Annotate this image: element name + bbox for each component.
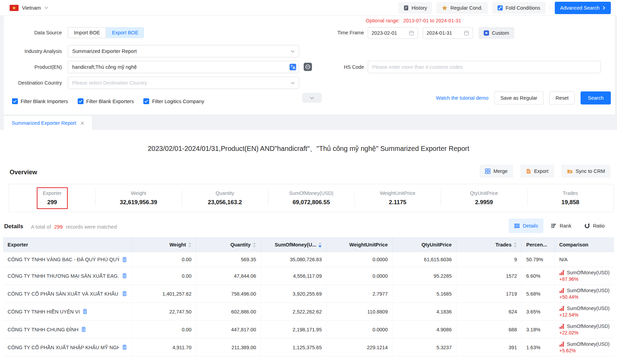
checkbox-filter-blank-exporters[interactable]: Filter Blank Exporters	[78, 98, 134, 104]
sync-to-crm-button[interactable]: Sync to CRM	[561, 165, 610, 178]
comparison-cell: SumOfMoney(USD) +22.02%	[555, 321, 614, 338]
col-qty-unit-price: QtyUnitPrice	[393, 237, 456, 252]
records-suffix: records were matched	[66, 224, 117, 230]
exporter-name[interactable]: CÔNG TY TNHH HIỀN UYÊN VI	[8, 309, 80, 315]
comparison-cell: SumOfMoney(USD) +5.62%	[555, 339, 614, 356]
view-ratio-button[interactable]: Ratio	[579, 219, 610, 233]
comparison-metric: SumOfMoney(USD)	[567, 323, 609, 329]
sort-icon[interactable]	[253, 242, 256, 247]
custom-label: Custom	[492, 30, 509, 36]
destination-country-select[interactable]: Please select Destination Country	[68, 77, 299, 89]
comparison-cell: SumOfMoney(USD) +50.44%	[555, 285, 614, 302]
tab-summarized-exporter-report[interactable]: Summarized Exporter Report	[4, 116, 92, 130]
checkbox-filter-blank-importers[interactable]: Filter Blank Importers	[12, 98, 68, 104]
trades-cell: 624	[456, 303, 522, 320]
exporter-cell[interactable]: CÔNG TY CỔ PHẦN XUẤT NHẬP KHẨU MỸ NGH...	[3, 339, 132, 356]
stat-label: WeightUnitPrice	[380, 190, 416, 196]
exporter-name[interactable]: CÔNG TY CỔ PHẦN XUẤT NHẬP KHẨU MỸ NGH...	[8, 345, 119, 350]
date-from-input[interactable]: 2023-02-01	[368, 27, 418, 39]
fold-conditions-button[interactable]: Fold Conditions	[492, 2, 546, 14]
col-weight[interactable]: Weight	[132, 237, 196, 252]
sort-icon[interactable]	[514, 242, 517, 247]
company-profile-icon[interactable]	[81, 327, 86, 332]
stat-label: QtyUnitPrice	[470, 190, 498, 196]
col-quantity[interactable]: Quantity	[196, 237, 261, 252]
sort-desc-icon[interactable]	[318, 242, 322, 247]
history-button[interactable]: History	[398, 2, 432, 14]
checkbox-filter-logitics-company[interactable]: Filter Logitics Company	[143, 98, 204, 104]
quantity-cell: 758,496.00	[196, 285, 261, 302]
tutorial-link[interactable]: Watch the tutorial demo	[436, 95, 488, 101]
sort-icon[interactable]	[188, 242, 191, 247]
custom-button[interactable]: Custom	[478, 27, 514, 39]
reset-button[interactable]: Reset	[549, 91, 575, 104]
weight-unit-price-cell: 229.1214	[327, 339, 393, 356]
product-en-input[interactable]	[68, 61, 299, 73]
merge-button[interactable]: Merge	[480, 165, 513, 178]
exporter-cell[interactable]: CÔNG TY TNHH THƯƠNG MẠI SẢN XUẤT EAG...	[3, 267, 132, 285]
company-profile-icon[interactable]	[122, 273, 127, 278]
col-label: Weight	[169, 242, 186, 247]
company-profile-icon[interactable]	[122, 257, 127, 262]
exporter-name[interactable]: CÔNG TY TNHH CHUNG ĐỈNH	[8, 327, 78, 332]
search-form: Data Source Import BOE Export BOE Option…	[0, 16, 617, 114]
weight-unit-price-cell: 110.8809	[327, 303, 393, 320]
search-button[interactable]: Search	[581, 91, 611, 104]
exclude-icon[interactable]	[304, 63, 312, 71]
advanced-search-button[interactable]: Advanced Search	[555, 2, 611, 14]
exporter-name[interactable]: CÔNG TY TNHH VÀNG BẠC - ĐÁ QUÝ PHÚ QUÝ	[8, 257, 119, 262]
exporter-name[interactable]: CÔNG TY CỔ PHẦN SẢN XUẤT VÀ XUẤT KHẨU ..…	[8, 291, 119, 297]
qty-unit-price-cell: 4.1836	[393, 303, 456, 320]
table-row[interactable]: CÔNG TY TNHH VÀNG BẠC - ĐÁ QUÝ PHÚ QUÝ 0…	[3, 252, 614, 267]
col-sum-of-money[interactable]: SumOfMoney(U...	[261, 237, 327, 252]
view-rank-button[interactable]: Rank	[546, 219, 577, 233]
trend-chart-icon	[559, 342, 565, 347]
export-button[interactable]: Export	[520, 165, 554, 178]
stat-value: 23,056,163.2	[208, 199, 242, 206]
import-boe-button[interactable]: Import BOE	[68, 27, 106, 38]
table-row[interactable]: CÔNG TY TNHH CHUNG ĐỈNH 0.00 447,817.00 …	[3, 321, 614, 339]
table-row[interactable]: CÔNG TY TNHH HIỀN UYÊN VI 22,747.50 602,…	[3, 303, 614, 321]
company-profile-icon[interactable]	[82, 309, 87, 314]
calendar-icon	[464, 30, 469, 36]
percent-cell: 50.79%	[522, 252, 555, 267]
stat-label: Exporter	[43, 190, 62, 196]
table-row[interactable]: CÔNG TY TNHH THƯƠNG MẠI SẢN XUẤT EAG... …	[3, 267, 614, 285]
optional-range-note: Optional range: 2013-07-01 to 2024-01-31	[366, 18, 461, 23]
table-row[interactable]: CÔNG TY CỔ PHẦN SẢN XUẤT VÀ XUẤT KHẨU ..…	[3, 285, 614, 303]
company-profile-icon[interactable]	[122, 345, 127, 350]
company-profile-icon[interactable]	[122, 291, 127, 296]
col-comparison: Comparison	[555, 237, 614, 252]
quantity-cell: 47,844.06	[196, 267, 261, 285]
save-as-regular-button[interactable]: Save as Regular	[494, 91, 543, 104]
sum-cell: 2,522,262.62	[261, 303, 327, 320]
industry-analysis-select[interactable]: Summarized Exporter Report	[68, 45, 299, 57]
exporter-cell[interactable]: CÔNG TY TNHH CHUNG ĐỈNH	[3, 321, 132, 338]
stat-value: 2.1175	[389, 199, 406, 206]
exporter-cell[interactable]: CÔNG TY TNHH VÀNG BẠC - ĐÁ QUÝ PHÚ QUÝ	[3, 252, 132, 267]
country-selector[interactable]: Vietnam	[10, 5, 48, 11]
exporter-cell[interactable]: CÔNG TY CỔ PHẦN SẢN XUẤT VÀ XUẤT KHẨU ..…	[3, 285, 132, 302]
percent-cell: 1.63%	[522, 339, 555, 356]
sum-cell: 3,920,255.69	[261, 285, 327, 302]
export-boe-button[interactable]: Export BOE	[106, 27, 144, 38]
weight-cell: 0.00	[132, 321, 196, 338]
table-row[interactable]: CÔNG TY CỔ PHẦN XUẤT NHẬP KHẨU MỸ NGH...…	[3, 339, 614, 356]
exporter-cell[interactable]: CÔNG TY TNHH HIỀN UYÊN VI	[3, 303, 132, 320]
date-to-input[interactable]: 2024-01-31	[423, 27, 473, 39]
regular-cond-button[interactable]: Regular Cond.	[437, 2, 488, 14]
weight-unit-price-cell: 0.0000	[327, 267, 393, 285]
comparison-cell: N/A	[555, 252, 614, 267]
close-icon[interactable]	[80, 121, 84, 125]
custom-icon	[484, 30, 489, 36]
col-trades[interactable]: Trades	[456, 237, 522, 252]
report-content: 2023/02/01-2024/01/31,Product(EN) AND"ha…	[0, 130, 617, 364]
quantity-cell: 569.35	[196, 252, 261, 267]
collapse-conditions-button[interactable]	[302, 93, 322, 103]
exporter-name[interactable]: CÔNG TY TNHH THƯƠNG MẠI SẢN XUẤT EAG...	[8, 273, 119, 279]
hs-code-input[interactable]	[368, 61, 601, 73]
translate-icon[interactable]: A	[289, 64, 296, 70]
percent-cell: 5.68%	[522, 285, 555, 302]
comparison-metric: SumOfMoney(USD)	[567, 341, 609, 347]
view-details-button[interactable]: Details	[509, 219, 543, 233]
